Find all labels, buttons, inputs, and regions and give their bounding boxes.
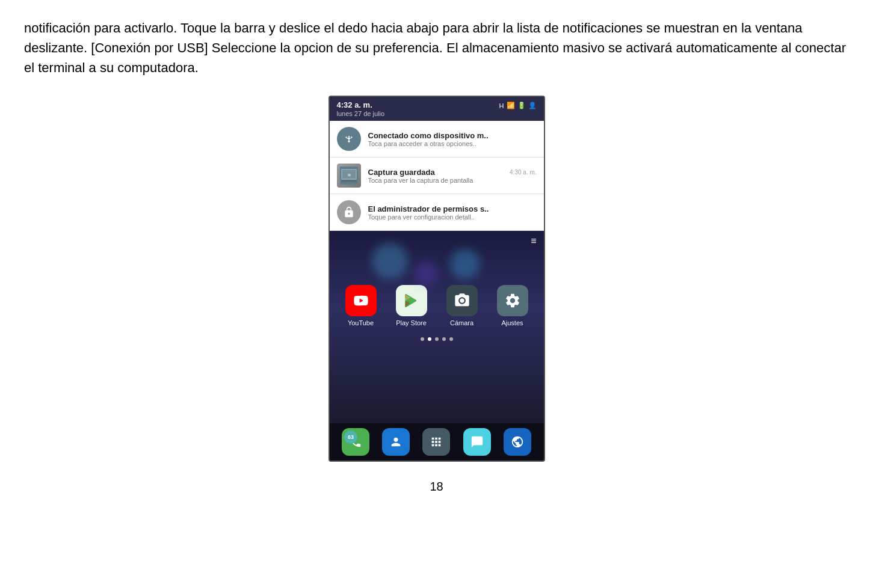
contacts-dock-icon[interactable]	[382, 428, 410, 456]
page-dots	[330, 332, 544, 346]
lock-icon	[337, 200, 361, 224]
status-icons: H 📶 🔋 👤	[499, 102, 537, 109]
camera-label: Cámara	[450, 319, 474, 326]
battery-icon: 🔋	[517, 102, 526, 109]
page-dot-1	[421, 337, 424, 341]
status-time: 4:32 a. m.	[337, 100, 385, 109]
notification-screenshot-time: 4:30 a. m.	[510, 169, 536, 176]
page-content: notificación para activarlo. Toque la ba…	[0, 0, 873, 518]
notification-usb[interactable]: Conectado como dispositivo m.. Toca para…	[330, 121, 544, 158]
notification-permission-subtitle: Toque para ver configuracion detall..	[368, 213, 537, 221]
screenshot-preview: ⊞	[337, 164, 361, 188]
main-text: notificación para activarlo. Toque la ba…	[24, 18, 849, 78]
signal-bars-icon: 📶	[507, 102, 515, 109]
signal-text: H	[499, 102, 504, 109]
playstore-label: Play Store	[396, 319, 427, 326]
status-date: lunes 27 de julio	[337, 110, 385, 117]
notification-usb-text: Conectado como dispositivo m.. Toca para…	[368, 131, 537, 147]
notification-screenshot-text: Captura guardada 4:30 a. m. Toca para ve…	[368, 168, 537, 184]
notification-screenshot[interactable]: ⊞ Captura guardada 4:30 a. m. Toca para …	[330, 158, 544, 194]
phone-screenshot: 4:32 a. m. lunes 27 de julio H 📶 🔋 👤	[329, 96, 545, 462]
bokeh-3	[450, 249, 480, 279]
notification-screenshot-subtitle: Toca para ver la captura de pantalla	[368, 177, 537, 184]
svg-text:⊞: ⊞	[347, 173, 350, 177]
notification-usb-subtitle: Toca para acceder a otras opciones..	[368, 140, 537, 147]
youtube-label: YouTube	[348, 319, 374, 326]
usb-icon	[337, 127, 361, 151]
home-screen: ≡ YouTube	[330, 231, 544, 423]
page-number: 18	[24, 480, 849, 494]
youtube-icon	[345, 285, 377, 316]
app-item-playstore[interactable]: Play Store	[390, 285, 433, 326]
notification-usb-title: Conectado como dispositivo m..	[368, 131, 537, 140]
app-grid: YouTube Play S	[330, 237, 544, 332]
notification-screenshot-header: Captura guardada 4:30 a. m.	[368, 168, 537, 177]
home-menu-icon: ≡	[531, 236, 536, 247]
page-dot-4	[442, 337, 446, 341]
apps-dock-icon[interactable]	[422, 428, 450, 456]
page-dot-5	[449, 337, 453, 341]
screenshot-thumb-icon: ⊞	[337, 164, 361, 188]
notification-permission-text: El administrador de permisos s.. Toque p…	[368, 204, 537, 221]
notification-panel: Conectado como dispositivo m.. Toca para…	[330, 121, 544, 231]
browser-dock-icon[interactable]	[504, 428, 531, 456]
app-item-settings[interactable]: Ajustes	[491, 285, 534, 326]
notification-permission[interactable]: El administrador de permisos s.. Toque p…	[330, 194, 544, 231]
badge: 63	[344, 430, 357, 444]
status-bar: 4:32 a. m. lunes 27 de julio H 📶 🔋 👤	[330, 97, 544, 121]
messages-dock-icon[interactable]	[463, 428, 491, 456]
status-left: 4:32 a. m. lunes 27 de julio	[337, 100, 385, 117]
page-dot-2	[428, 337, 431, 341]
phone-screenshot-container: 4:32 a. m. lunes 27 de julio H 📶 🔋 👤	[24, 96, 849, 462]
svg-point-0	[348, 141, 350, 142]
playstore-icon	[396, 285, 427, 316]
notification-screenshot-title: Captura guardada	[368, 168, 435, 177]
svg-rect-5	[341, 180, 357, 182]
camera-icon	[446, 285, 478, 316]
page-dot-3	[435, 337, 439, 341]
bokeh-2	[414, 261, 438, 285]
notification-permission-title: El administrador de permisos s..	[368, 204, 537, 213]
settings-label: Ajustes	[501, 319, 523, 326]
app-item-youtube[interactable]: YouTube	[339, 285, 383, 326]
bokeh-1	[372, 243, 408, 279]
settings-icon	[497, 285, 528, 316]
bottom-dock: 63	[330, 423, 544, 461]
app-item-camera[interactable]: Cámara	[440, 285, 484, 326]
account-icon: 👤	[528, 102, 537, 109]
